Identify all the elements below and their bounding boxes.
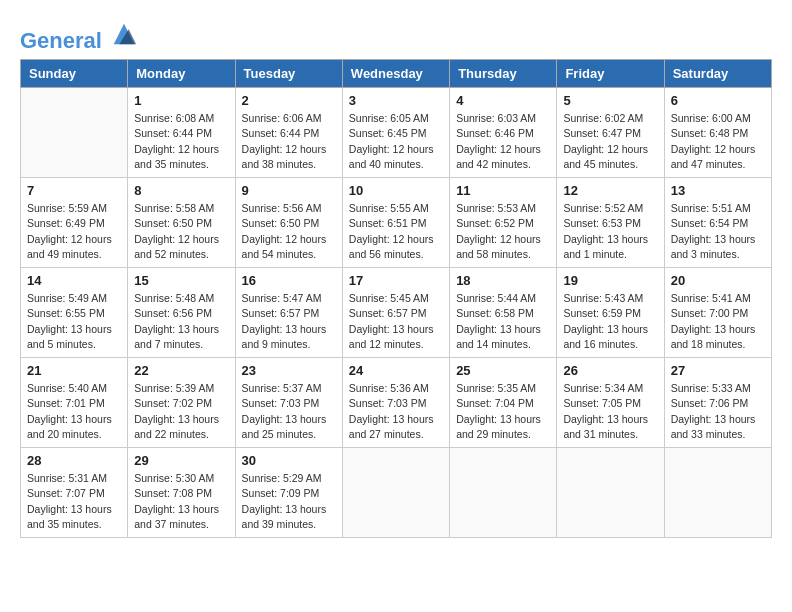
day-info: Sunrise: 5:29 AMSunset: 7:09 PMDaylight:… [242,471,336,532]
day-number: 22 [134,363,228,378]
day-info: Sunrise: 6:00 AMSunset: 6:48 PMDaylight:… [671,111,765,172]
day-info: Sunrise: 5:35 AMSunset: 7:04 PMDaylight:… [456,381,550,442]
calendar-cell: 9Sunrise: 5:56 AMSunset: 6:50 PMDaylight… [235,178,342,268]
day-info: Sunrise: 6:06 AMSunset: 6:44 PMDaylight:… [242,111,336,172]
calendar-cell: 27Sunrise: 5:33 AMSunset: 7:06 PMDayligh… [664,358,771,448]
day-info: Sunrise: 5:51 AMSunset: 6:54 PMDaylight:… [671,201,765,262]
calendar-cell: 20Sunrise: 5:41 AMSunset: 7:00 PMDayligh… [664,268,771,358]
day-number: 15 [134,273,228,288]
day-number: 29 [134,453,228,468]
logo-general: General [20,28,102,53]
day-number: 19 [563,273,657,288]
day-info: Sunrise: 5:37 AMSunset: 7:03 PMDaylight:… [242,381,336,442]
day-info: Sunrise: 6:05 AMSunset: 6:45 PMDaylight:… [349,111,443,172]
day-info: Sunrise: 5:48 AMSunset: 6:56 PMDaylight:… [134,291,228,352]
calendar-cell: 2Sunrise: 6:06 AMSunset: 6:44 PMDaylight… [235,88,342,178]
day-info: Sunrise: 5:45 AMSunset: 6:57 PMDaylight:… [349,291,443,352]
calendar-cell: 8Sunrise: 5:58 AMSunset: 6:50 PMDaylight… [128,178,235,268]
calendar-cell: 7Sunrise: 5:59 AMSunset: 6:49 PMDaylight… [21,178,128,268]
day-info: Sunrise: 5:59 AMSunset: 6:49 PMDaylight:… [27,201,121,262]
logo-text: General [20,20,138,53]
day-number: 26 [563,363,657,378]
day-number: 17 [349,273,443,288]
day-header-tuesday: Tuesday [235,60,342,88]
day-number: 30 [242,453,336,468]
page-header: General [20,20,772,49]
day-header-wednesday: Wednesday [342,60,449,88]
day-number: 11 [456,183,550,198]
day-info: Sunrise: 5:52 AMSunset: 6:53 PMDaylight:… [563,201,657,262]
day-number: 27 [671,363,765,378]
calendar-cell: 10Sunrise: 5:55 AMSunset: 6:51 PMDayligh… [342,178,449,268]
calendar-cell: 5Sunrise: 6:02 AMSunset: 6:47 PMDaylight… [557,88,664,178]
day-info: Sunrise: 6:02 AMSunset: 6:47 PMDaylight:… [563,111,657,172]
calendar-cell: 4Sunrise: 6:03 AMSunset: 6:46 PMDaylight… [450,88,557,178]
calendar-table: SundayMondayTuesdayWednesdayThursdayFrid… [20,59,772,538]
calendar-cell: 30Sunrise: 5:29 AMSunset: 7:09 PMDayligh… [235,448,342,538]
day-info: Sunrise: 5:33 AMSunset: 7:06 PMDaylight:… [671,381,765,442]
calendar-cell: 21Sunrise: 5:40 AMSunset: 7:01 PMDayligh… [21,358,128,448]
day-info: Sunrise: 5:56 AMSunset: 6:50 PMDaylight:… [242,201,336,262]
calendar-cell [557,448,664,538]
day-number: 1 [134,93,228,108]
week-row-5: 28Sunrise: 5:31 AMSunset: 7:07 PMDayligh… [21,448,772,538]
day-number: 5 [563,93,657,108]
day-info: Sunrise: 5:36 AMSunset: 7:03 PMDaylight:… [349,381,443,442]
day-info: Sunrise: 5:47 AMSunset: 6:57 PMDaylight:… [242,291,336,352]
day-number: 9 [242,183,336,198]
calendar-cell [664,448,771,538]
day-header-saturday: Saturday [664,60,771,88]
calendar-cell: 15Sunrise: 5:48 AMSunset: 6:56 PMDayligh… [128,268,235,358]
day-info: Sunrise: 5:30 AMSunset: 7:08 PMDaylight:… [134,471,228,532]
calendar-cell: 18Sunrise: 5:44 AMSunset: 6:58 PMDayligh… [450,268,557,358]
day-number: 24 [349,363,443,378]
week-row-3: 14Sunrise: 5:49 AMSunset: 6:55 PMDayligh… [21,268,772,358]
calendar-cell: 23Sunrise: 5:37 AMSunset: 7:03 PMDayligh… [235,358,342,448]
calendar-cell: 28Sunrise: 5:31 AMSunset: 7:07 PMDayligh… [21,448,128,538]
calendar-cell: 1Sunrise: 6:08 AMSunset: 6:44 PMDaylight… [128,88,235,178]
logo: General [20,20,138,49]
day-number: 28 [27,453,121,468]
day-number: 10 [349,183,443,198]
day-header-friday: Friday [557,60,664,88]
calendar-cell: 17Sunrise: 5:45 AMSunset: 6:57 PMDayligh… [342,268,449,358]
calendar-cell: 16Sunrise: 5:47 AMSunset: 6:57 PMDayligh… [235,268,342,358]
day-number: 14 [27,273,121,288]
day-number: 7 [27,183,121,198]
calendar-cell: 19Sunrise: 5:43 AMSunset: 6:59 PMDayligh… [557,268,664,358]
day-info: Sunrise: 5:40 AMSunset: 7:01 PMDaylight:… [27,381,121,442]
day-info: Sunrise: 6:08 AMSunset: 6:44 PMDaylight:… [134,111,228,172]
calendar-cell: 26Sunrise: 5:34 AMSunset: 7:05 PMDayligh… [557,358,664,448]
day-info: Sunrise: 5:49 AMSunset: 6:55 PMDaylight:… [27,291,121,352]
day-header-thursday: Thursday [450,60,557,88]
day-number: 16 [242,273,336,288]
calendar-cell: 25Sunrise: 5:35 AMSunset: 7:04 PMDayligh… [450,358,557,448]
day-info: Sunrise: 5:43 AMSunset: 6:59 PMDaylight:… [563,291,657,352]
day-number: 13 [671,183,765,198]
day-info: Sunrise: 6:03 AMSunset: 6:46 PMDaylight:… [456,111,550,172]
calendar-cell: 14Sunrise: 5:49 AMSunset: 6:55 PMDayligh… [21,268,128,358]
day-number: 4 [456,93,550,108]
day-info: Sunrise: 5:31 AMSunset: 7:07 PMDaylight:… [27,471,121,532]
week-row-1: 1Sunrise: 6:08 AMSunset: 6:44 PMDaylight… [21,88,772,178]
day-number: 18 [456,273,550,288]
calendar-cell [21,88,128,178]
day-header-monday: Monday [128,60,235,88]
day-number: 12 [563,183,657,198]
week-row-2: 7Sunrise: 5:59 AMSunset: 6:49 PMDaylight… [21,178,772,268]
day-number: 8 [134,183,228,198]
day-number: 21 [27,363,121,378]
day-info: Sunrise: 5:34 AMSunset: 7:05 PMDaylight:… [563,381,657,442]
day-info: Sunrise: 5:55 AMSunset: 6:51 PMDaylight:… [349,201,443,262]
day-number: 20 [671,273,765,288]
calendar-cell: 24Sunrise: 5:36 AMSunset: 7:03 PMDayligh… [342,358,449,448]
logo-icon [110,20,138,48]
calendar-cell: 11Sunrise: 5:53 AMSunset: 6:52 PMDayligh… [450,178,557,268]
calendar-cell: 12Sunrise: 5:52 AMSunset: 6:53 PMDayligh… [557,178,664,268]
calendar-cell: 29Sunrise: 5:30 AMSunset: 7:08 PMDayligh… [128,448,235,538]
day-info: Sunrise: 5:53 AMSunset: 6:52 PMDaylight:… [456,201,550,262]
day-info: Sunrise: 5:39 AMSunset: 7:02 PMDaylight:… [134,381,228,442]
day-number: 6 [671,93,765,108]
calendar-header-row: SundayMondayTuesdayWednesdayThursdayFrid… [21,60,772,88]
calendar-cell: 6Sunrise: 6:00 AMSunset: 6:48 PMDaylight… [664,88,771,178]
